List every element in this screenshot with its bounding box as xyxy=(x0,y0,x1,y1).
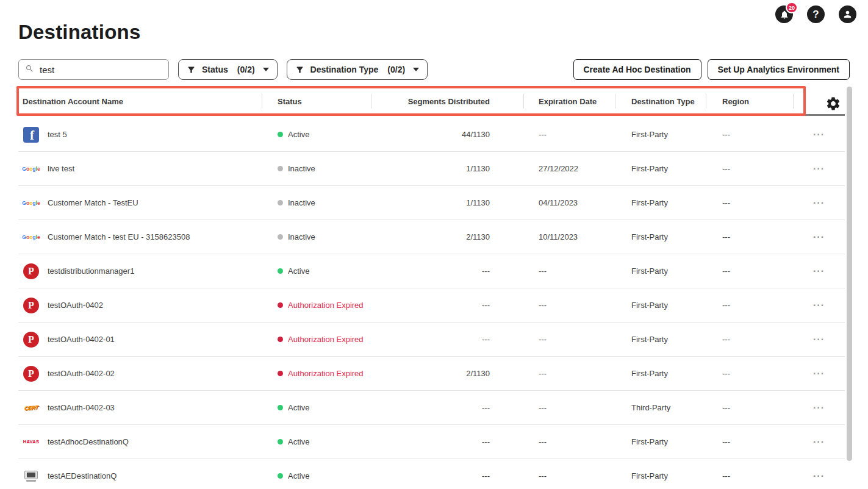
profile-button[interactable] xyxy=(839,5,856,23)
search-input[interactable] xyxy=(38,64,162,76)
create-ad-hoc-destination-button[interactable]: Create Ad Hoc Destination xyxy=(573,59,701,80)
status-label: Active xyxy=(288,266,309,276)
destination-name-cell: P testOAuth-0402 xyxy=(18,288,262,322)
segments-distributed-value: --- xyxy=(371,459,523,489)
funnel-icon xyxy=(295,65,304,74)
destination-name-cell: Google Customer Match - TestEU xyxy=(18,186,262,220)
row-actions-button[interactable]: ··· xyxy=(793,425,845,459)
set-up-analytics-environment-button[interactable]: Set Up Analytics Environment xyxy=(708,59,850,80)
kebab-menu-icon: ··· xyxy=(813,471,825,482)
column-header-status[interactable]: Status xyxy=(262,88,371,114)
column-header-expiration-date[interactable]: Expiration Date xyxy=(523,88,615,114)
kebab-menu-icon: ··· xyxy=(813,266,825,277)
row-actions-button[interactable]: ··· xyxy=(793,186,845,220)
cert-logo-icon: CERT xyxy=(24,404,38,412)
status-cell: Active xyxy=(262,459,371,489)
destination-name: live test xyxy=(48,164,74,173)
table-row: P testOAuth-0402-01 Authorization Expire… xyxy=(18,323,845,357)
region-value: --- xyxy=(706,459,793,489)
row-actions-button[interactable]: ··· xyxy=(793,323,845,356)
facebook-icon: f xyxy=(23,127,39,143)
destination-type-value: First-Party xyxy=(615,288,706,322)
person-icon xyxy=(842,9,853,20)
destination-name: testAdhocDestinationQ xyxy=(48,437,129,446)
row-actions-button[interactable]: ··· xyxy=(793,391,845,424)
filter-destination-type[interactable]: Destination Type (0/2) xyxy=(287,59,428,80)
table-row: CERT testOAuth-0402-03 Active --- --- Th… xyxy=(18,391,845,425)
destination-type-value: Third-Party xyxy=(615,391,706,424)
table-header-row: Destination Account Name Status Segments… xyxy=(18,88,845,116)
destination-name-cell: HAVAS testAdhocDestinationQ xyxy=(18,425,262,459)
segments-distributed-value: 44/1130 xyxy=(371,118,523,151)
column-header-region[interactable]: Region xyxy=(706,88,793,114)
status-dot xyxy=(278,200,283,205)
status-cell: Authorization Expired xyxy=(262,288,371,322)
status-cell: Authorization Expired xyxy=(262,357,371,390)
destination-name-cell: f test 5 xyxy=(18,118,262,151)
expiration-date-value: --- xyxy=(523,459,615,489)
pinterest-icon: P xyxy=(23,263,39,279)
region-value: --- xyxy=(706,186,793,220)
expiration-date-value: --- xyxy=(523,118,615,151)
column-header-segments-distributed[interactable]: Segments Distributed xyxy=(371,88,523,114)
monitor-icon xyxy=(24,471,38,482)
help-button[interactable]: ? xyxy=(807,5,825,23)
status-dot xyxy=(278,439,283,444)
table-row: f test 5 Active 44/1130 --- First-Party … xyxy=(18,118,845,152)
filter-status-count: (0/2) xyxy=(237,65,255,74)
pinterest-icon: P xyxy=(23,366,39,382)
question-mark-icon: ? xyxy=(812,9,819,20)
status-cell: Active xyxy=(262,391,371,424)
column-header-destination-account-name[interactable]: Destination Account Name xyxy=(18,88,262,114)
expiration-date-value: 27/12/2022 xyxy=(523,152,615,185)
row-actions-button[interactable]: ··· xyxy=(793,152,845,185)
status-cell: Active xyxy=(262,118,371,151)
kebab-menu-icon: ··· xyxy=(813,129,825,140)
expiration-date-value: --- xyxy=(523,425,615,459)
kebab-menu-icon: ··· xyxy=(813,198,825,209)
table-settings-button[interactable] xyxy=(825,96,841,112)
status-dot xyxy=(278,405,283,410)
row-actions-button[interactable]: ··· xyxy=(793,118,845,151)
row-actions-button[interactable]: ··· xyxy=(793,459,845,489)
pinterest-icon: P xyxy=(23,332,39,348)
chevron-down-icon xyxy=(263,68,269,71)
status-label: Active xyxy=(288,437,309,446)
status-dot xyxy=(278,473,283,479)
notifications-button[interactable]: 20 xyxy=(775,5,793,23)
vertical-scrollbar[interactable] xyxy=(847,87,852,461)
status-dot xyxy=(278,268,283,274)
region-value: --- xyxy=(706,288,793,322)
row-actions-button[interactable]: ··· xyxy=(793,254,845,288)
status-label: Active xyxy=(288,403,309,412)
table-row: P testdistributionmanager1 Active --- --… xyxy=(18,254,845,288)
row-actions-button[interactable]: ··· xyxy=(793,357,845,390)
destination-name: test 5 xyxy=(48,130,67,139)
table-row: P testOAuth-0402 Authorization Expired -… xyxy=(18,288,845,323)
status-cell: Inactive xyxy=(262,220,371,254)
toolbar-actions: Create Ad Hoc Destination Set Up Analyti… xyxy=(573,59,850,80)
kebab-menu-icon: ··· xyxy=(813,334,825,345)
segments-distributed-value: --- xyxy=(371,254,523,288)
status-dot xyxy=(278,132,283,137)
table-row: HAVAS testAdhocDestinationQ Active --- -… xyxy=(18,425,845,459)
segments-distributed-value: --- xyxy=(371,288,523,322)
notification-count-badge: 20 xyxy=(786,2,798,13)
expiration-date-value: --- xyxy=(523,254,615,288)
region-value: --- xyxy=(706,357,793,390)
status-dot xyxy=(278,166,283,171)
search-box[interactable] xyxy=(18,59,169,80)
status-label: Inactive xyxy=(288,232,315,241)
destination-name-cell: P testOAuth-0402-02 xyxy=(18,357,262,390)
row-actions-button[interactable]: ··· xyxy=(793,220,845,254)
destination-name-cell: Google live test xyxy=(18,152,262,185)
row-actions-button[interactable]: ··· xyxy=(793,288,845,322)
destination-type-value: First-Party xyxy=(615,220,706,254)
filter-destination-type-label: Destination Type xyxy=(310,65,379,74)
segments-distributed-value: 2/1130 xyxy=(371,357,523,390)
topbar-icons: 20 ? xyxy=(775,5,856,23)
google-icon: Google xyxy=(22,166,40,172)
filter-status[interactable]: Status (0/2) xyxy=(178,59,278,80)
column-header-destination-type[interactable]: Destination Type xyxy=(615,88,706,114)
status-cell: Inactive xyxy=(262,152,371,185)
